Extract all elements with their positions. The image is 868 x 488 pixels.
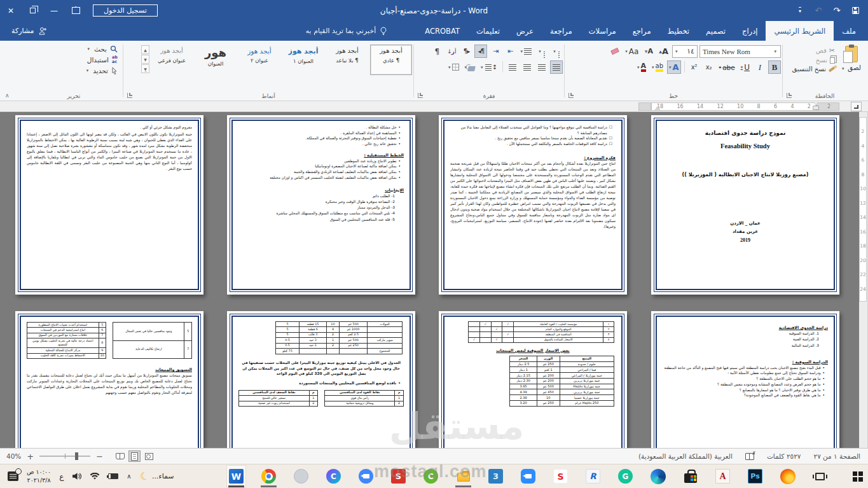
strikethrough-button[interactable]: abe▾ [717,60,737,74]
rtl-direction-button[interactable]: ¶◂ [474,45,487,58]
read-mode-button[interactable] [114,450,126,462]
clipboard-dialog-launcher-icon[interactable] [787,93,792,98]
gallery-more-icon[interactable]: ▼̲ [141,64,149,73]
save-icon[interactable] [849,4,862,17]
shrink-font-button[interactable]: A▼ [642,45,655,58]
taskbar-app-photoshop-icon[interactable]: Ps [746,466,764,487]
style-¶ بلا تباعد[interactable]: أبجد هوز¶ بلا تباعد [326,45,368,75]
taskbar-app-file-explorer-icon[interactable] [454,466,472,487]
horizontal-ruler[interactable]: 18161412108642 2 [0,101,868,112]
language-switcher[interactable]: ع [59,472,64,481]
find-button[interactable]: بحث▾ [26,45,118,53]
taskbar-app-autocad-icon[interactable]: A [713,466,732,487]
zoom-level[interactable]: 40% [6,452,21,460]
minimize-icon[interactable]: — [43,0,65,21]
indent-marker-icon[interactable] [655,106,660,110]
clear-formatting-button[interactable] [609,45,621,58]
collapse-ribbon-icon[interactable]: ∧ [5,92,10,99]
bold-button[interactable]: B [768,60,781,74]
web-layout-button[interactable] [143,450,155,462]
style-¶ عادي[interactable]: أبجد هوز¶ عادي [370,45,412,75]
wifi-icon[interactable] [90,473,100,480]
taskbar-app-edge-icon[interactable] [649,466,667,487]
document-page-6[interactable]: ١مؤسسة الحليب / القوة العاملة√√٢الموقع و… [439,311,627,448]
action-center-icon[interactable] [8,471,18,481]
speaker-icon[interactable] [72,472,81,480]
taskbar-app-chrome-icon[interactable] [259,466,278,487]
taskbar-app-capture-app-icon[interactable] [292,466,310,487]
tab-الشريط الرئيسي[interactable]: الشريط الرئيسي [766,21,834,41]
format-painter-button[interactable]: نسخ التنسيق [792,66,835,73]
underline-button[interactable]: U▾ [739,60,752,74]
show-paragraph-marks-button[interactable]: ¶ [431,45,443,58]
document-area[interactable]: نموذج دراسة جدوى اقتصاديةFeasability Stu… [0,112,868,448]
ltr-direction-button[interactable]: ▸¶ [460,45,472,58]
copy-button[interactable]: نسخ [792,57,835,64]
proofing-errors-icon[interactable] [745,453,754,460]
tell-me-box[interactable]: أخبرني بما تريد القيام به [306,21,388,41]
tab-ACROBAT[interactable]: ACROBAT [417,21,468,41]
document-page-1[interactable]: نموذج دراسة جدوى اقتصاديةFeasability Stu… [651,115,839,295]
zoom-slider[interactable] [39,456,90,457]
language-indicator[interactable]: العربية (المملكة العربية السعودية) [638,452,733,460]
restore-icon[interactable] [22,0,43,21]
align-center-button[interactable] [535,60,548,74]
tab-ملف[interactable]: ملف [834,21,864,41]
taskbar-app-zoom-meeting-icon[interactable] [357,466,375,487]
document-page-4[interactable]: مفروم الثوم بشكل جزئي أو كلي .جبنة الموت… [15,115,203,295]
zoom-out-icon[interactable]: − [96,452,103,461]
multilevel-list-button[interactable]: ▾ [518,45,534,58]
page-indicator[interactable]: الصفحة ١ من ٢٧ [814,452,861,460]
subscript-button[interactable]: x₂ [703,60,715,74]
word-count[interactable]: ٢٥٢٧ كلمات [767,452,801,460]
battery-icon[interactable] [108,473,118,479]
replace-button[interactable]: abac استبدال [26,55,118,64]
bullets-button[interactable]: ▾ [550,45,563,58]
select-button[interactable]: تحديد▾ [26,67,118,74]
paste-button[interactable]: لصق ▾ [837,44,865,73]
taskbar-app-firefox-icon[interactable] [778,466,797,487]
taskbar-app-grammarly-icon[interactable]: G [616,466,635,487]
document-page-3[interactable]: •حل مشكلة البطالة .•المساهمة في إعداد ال… [227,115,415,295]
vertical-ruler[interactable]: 24681012141618202224 [859,112,868,448]
ribbon-display-options-icon[interactable] [65,0,86,21]
share-button[interactable]: مشاركة [0,21,47,41]
document-page-5[interactable]: دراسة الجدوى الاقتصادية1. الدراسة السوقي… [651,311,839,448]
taskbar-app-camtasia-icon[interactable]: C [422,466,440,487]
document-page-7[interactable]: المولات500 غم1015 قطعه51000 غم46 قطعة52.… [227,311,415,448]
taskbar-app-sketchup-icon[interactable]: S [551,466,570,487]
taskbar-app-revit-icon[interactable]: R [584,466,602,487]
weather-widget[interactable]: سماء...☾ [140,470,174,482]
tab-مراجع[interactable]: مراجع [624,21,659,41]
margin-marker-icon[interactable] [813,102,818,106]
style-عنوان فرعي[interactable]: أبجد هوزعنوان فرعي [151,45,193,75]
styles-dialog-launcher-icon[interactable] [127,93,132,98]
gallery-up-icon[interactable]: ▲ [141,45,149,54]
borders-button[interactable]: ▾ [446,60,461,74]
taskbar-app-task-view-icon[interactable] [811,466,829,487]
font-name-select[interactable]: Times New Rom▾ [699,45,781,58]
tab-إدراج[interactable]: إدراج [734,21,766,41]
document-page-2[interactable]: ☐دراسة المنافسة التي تتوقع مواجهتها ؟ وم… [439,115,627,295]
print-layout-button[interactable] [128,450,141,462]
tab-مراسلات[interactable]: مراسلات [581,21,624,41]
italic-button[interactable]: I [754,60,766,74]
tab-تعليمات[interactable]: تعليمات [468,21,508,41]
align-left-button[interactable] [521,60,534,74]
document-page-8[interactable]: 5وجود منافسين حاليا في نفس المجال7ارتفاع… [15,311,203,448]
font-size-select[interactable]: ▾١٤ [672,45,698,58]
align-right-button[interactable] [550,60,563,74]
font-color-button[interactable]: A▾ [635,60,648,74]
customize-qat-icon[interactable]: ▾ [794,4,806,17]
zoom-slider-thumb[interactable] [75,452,78,460]
gallery-down-icon[interactable]: ▼ [141,55,149,64]
clock[interactable]: ١٠:٠٠ ص٢٠٢١/٣/٨ [27,468,51,484]
style-العنوان ١[interactable]: أبجد هوزالعنوان ١ [282,45,324,75]
text-effects-button[interactable]: A▾ [667,60,681,74]
taskbar-app-start-icon[interactable] [843,466,862,487]
taskbar-app-store-icon[interactable] [681,466,699,487]
superscript-button[interactable]: x² [688,60,701,74]
cut-button[interactable]: ✂قص [792,46,835,55]
tab-عرض[interactable]: عرض [508,21,542,41]
justify-button[interactable] [506,60,519,74]
